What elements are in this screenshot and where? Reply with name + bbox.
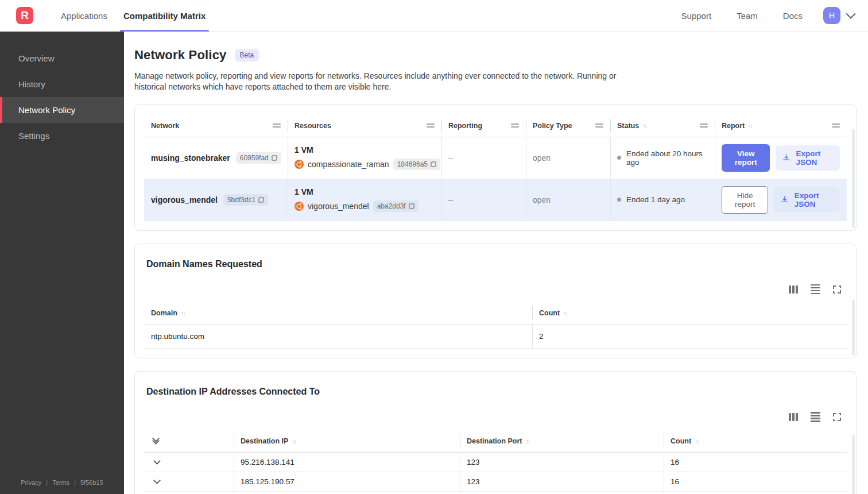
col-policy-type[interactable]: Policy Type <box>526 115 610 137</box>
sidebar: Overview History Network Policy Settings… <box>0 32 124 494</box>
privacy-link[interactable]: Privacy <box>21 479 41 486</box>
sort-icon[interactable]: ↑↓ <box>748 122 752 129</box>
networks-card: Network Resources Reporting Policy Type … <box>134 104 857 231</box>
link-support[interactable]: Support <box>671 11 722 21</box>
destinations-card-title: Destination IP Addresses Connected To <box>144 382 847 397</box>
col-report[interactable]: Report↑↓ <box>715 115 847 137</box>
avatar[interactable]: H <box>823 7 840 24</box>
resize-handle-icon[interactable] <box>511 124 519 128</box>
fullscreen-icon[interactable] <box>833 413 841 421</box>
density-icon[interactable] <box>811 412 820 422</box>
col-resources[interactable]: Resources <box>288 115 441 137</box>
hide-report-button[interactable]: Hide report <box>722 186 768 214</box>
view-report-button[interactable]: View report <box>722 144 770 172</box>
tab-applications[interactable]: Applications <box>53 0 115 32</box>
sidebar-item-history[interactable]: History <box>0 71 124 97</box>
sort-icon[interactable]: ↑↓ <box>526 438 530 445</box>
ubuntu-icon <box>294 160 304 169</box>
col-reporting[interactable]: Reporting <box>441 115 526 137</box>
link-team[interactable]: Team <box>726 11 768 21</box>
main-content: Network Policy Beta Manage network polic… <box>124 32 868 494</box>
resize-handle-icon[interactable] <box>832 124 840 128</box>
sidebar-item-overview[interactable]: Overview <box>0 45 124 71</box>
col-network[interactable]: Network <box>144 115 288 137</box>
density-icon[interactable] <box>811 284 820 295</box>
destination-row[interactable]: 185.125.190.57 123 16 <box>144 472 847 492</box>
sidebar-item-network-policy[interactable]: Network Policy <box>0 97 124 123</box>
count-cell: 16 <box>664 472 847 491</box>
resize-handle-icon[interactable] <box>273 124 281 128</box>
build-version: 5f56b15 <box>80 479 103 486</box>
top-navigation: Applications Compatibility Matrix <box>53 0 214 32</box>
copy-icon[interactable] <box>409 203 414 209</box>
network-id-badge[interactable]: 60959fad <box>236 152 281 164</box>
network-id-badge[interactable]: 5bdf3dc1 <box>223 194 268 206</box>
table-scrollbar[interactable] <box>852 299 855 356</box>
table-scrollbar[interactable] <box>852 129 855 228</box>
domain-cell: ntp.ubuntu.com <box>144 325 532 348</box>
expand-all-icon[interactable] <box>144 430 234 452</box>
columns-icon[interactable] <box>789 285 798 294</box>
export-json-button[interactable]: Export JSON <box>774 187 840 213</box>
resize-handle-icon[interactable] <box>595 124 603 128</box>
network-row[interactable]: vigorous_mendel 5bdf3dc1 1 VM vigorous_m… <box>144 179 847 221</box>
resource-id-badge[interactable]: aba2dd3f <box>373 200 418 212</box>
networks-table-header: Network Resources Reporting Policy Type … <box>144 115 847 137</box>
chevron-down-icon[interactable] <box>846 9 856 19</box>
resize-handle-icon[interactable] <box>427 124 435 128</box>
fullscreen-icon[interactable] <box>833 285 841 294</box>
col-count[interactable]: Count↑↓ <box>532 302 847 324</box>
link-docs[interactable]: Docs <box>773 11 813 21</box>
count-cell: 16 <box>664 492 847 494</box>
tab-compatibility-matrix[interactable]: Compatibility Matrix <box>115 0 214 32</box>
row-expander[interactable] <box>144 472 234 491</box>
table-toolbar <box>144 397 847 430</box>
terms-link[interactable]: Terms <box>52 479 69 486</box>
resize-handle-icon[interactable] <box>700 124 708 128</box>
col-count[interactable]: Count↑↓ <box>664 430 847 452</box>
network-row[interactable]: musing_stonebraker 60959fad 1 VM compass… <box>144 137 847 179</box>
col-destination-ip[interactable]: Destination IP↑↓ <box>234 430 460 452</box>
network-cell: vigorous_mendel 5bdf3dc1 <box>144 179 288 221</box>
resources-cell: 1 VM compassionate_raman 184696a5 <box>288 137 441 179</box>
table-scrollbar[interactable] <box>852 435 855 494</box>
status-dot <box>617 156 621 160</box>
ubuntu-icon <box>294 202 304 211</box>
chevron-down-icon[interactable] <box>153 457 161 465</box>
policy-type-cell: open <box>526 137 610 179</box>
col-status[interactable]: Status↑↓ <box>610 115 715 137</box>
chevron-down-icon[interactable] <box>153 477 161 484</box>
copy-icon[interactable] <box>258 197 264 203</box>
sort-icon[interactable]: ↑↓ <box>695 438 699 445</box>
sidebar-item-settings[interactable]: Settings <box>0 123 124 149</box>
columns-icon[interactable] <box>789 413 798 421</box>
download-icon <box>782 153 790 163</box>
row-expander[interactable] <box>144 453 234 472</box>
domains-card-title: Domain Names Requested <box>144 254 847 269</box>
sort-icon[interactable]: ↑↓ <box>292 438 296 445</box>
domain-row[interactable]: ntp.ubuntu.com 2 <box>144 325 847 349</box>
col-destination-port[interactable]: Destination Port↑↓ <box>460 430 664 452</box>
destination-row[interactable]: 162.159.200.123 123 16 <box>144 492 847 494</box>
resource-id-badge[interactable]: 184696a5 <box>393 159 440 170</box>
report-cell: Hide report Export JSON <box>715 179 847 221</box>
status-cell: Ended 1 day ago <box>610 179 715 221</box>
destination-ip-cell: 162.159.200.123 <box>234 492 460 494</box>
reporting-cell: – <box>441 137 526 179</box>
destination-ip-cell: 95.216.138.141 <box>234 453 460 472</box>
sort-icon[interactable]: ↑↓ <box>181 310 185 317</box>
destinations-table-header: Destination IP↑↓ Destination Port↑↓ Coun… <box>144 430 847 453</box>
col-domain[interactable]: Domain↑↓ <box>144 302 532 324</box>
status-dot <box>617 198 621 202</box>
app-logo[interactable]: R <box>16 7 33 24</box>
export-json-button[interactable]: Export JSON <box>776 145 840 171</box>
sort-icon[interactable]: ↑↓ <box>642 122 646 129</box>
table-toolbar <box>144 269 847 303</box>
status-cell: Ended about 20 hours ago <box>610 137 715 179</box>
row-expander[interactable] <box>144 492 234 494</box>
copy-icon[interactable] <box>431 161 436 167</box>
copy-icon[interactable] <box>272 155 277 161</box>
count-cell: 2 <box>532 325 847 348</box>
sort-icon[interactable]: ↑↓ <box>563 310 567 317</box>
destination-row[interactable]: 95.216.138.141 123 16 <box>144 453 847 472</box>
